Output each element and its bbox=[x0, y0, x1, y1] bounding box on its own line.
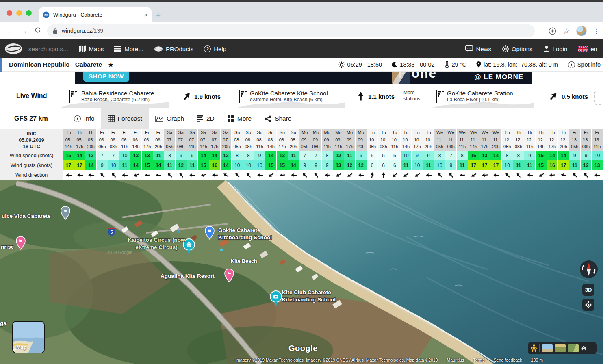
wind-gust-cell: 10 bbox=[412, 160, 423, 170]
nav-login[interactable]: Login bbox=[543, 46, 568, 52]
wind-direction-arrow-icon bbox=[514, 171, 523, 180]
browser-toolbar: ← → windguru.cz/139 bbox=[0, 22, 603, 39]
tab-more[interactable]: More bbox=[221, 108, 258, 129]
zoom-page-icon[interactable] bbox=[549, 27, 556, 35]
nav-news[interactable]: News bbox=[465, 46, 491, 52]
wind-direction-cell bbox=[412, 170, 423, 180]
url-bar[interactable]: windguru.cz/139 bbox=[47, 24, 535, 37]
wind-direction-arrow-icon bbox=[324, 172, 331, 179]
google-map[interactable]: 2019 Google 5 ulce Vida CabaretenriseKai… bbox=[0, 180, 603, 364]
live-station[interactable]: GoKite Cabarete Station La Boca River (1… bbox=[447, 90, 513, 103]
bookmark-star-icon[interactable]: ☆ bbox=[563, 26, 570, 36]
map-pin-bed[interactable] bbox=[15, 236, 26, 251]
map-pin-bed[interactable] bbox=[224, 269, 234, 284]
wind-gust-cell: 11 bbox=[164, 160, 176, 170]
favorite-star-icon[interactable]: ★ bbox=[108, 61, 114, 69]
collapse-chevron-icon[interactable] bbox=[581, 346, 587, 351]
forecast-hour: 08h bbox=[513, 143, 525, 151]
forecast-hour: 20h bbox=[490, 143, 502, 151]
nav-products[interactable]: PROducts bbox=[154, 46, 193, 52]
map-place-label[interactable]: ga bbox=[0, 320, 7, 327]
browser-tab[interactable]: Windguru - Cabarete × bbox=[39, 7, 152, 22]
imagery-photo-bar[interactable] bbox=[528, 342, 597, 354]
photo-thumbnail[interactable] bbox=[542, 344, 553, 352]
tab-share[interactable]: Share bbox=[258, 108, 298, 129]
map-pin-generic[interactable] bbox=[60, 206, 71, 221]
map-place-label[interactable]: Kite Beach bbox=[231, 258, 257, 265]
forecast-date: 07. bbox=[221, 136, 232, 144]
spot-info-link[interactable]: i Spot info bbox=[568, 61, 601, 68]
reload-icon[interactable] bbox=[31, 27, 45, 35]
nav-language[interactable]: en bbox=[578, 46, 597, 52]
wind-speed-cell: 9 bbox=[569, 151, 581, 160]
browser-menu-icon[interactable]: ⋮ bbox=[593, 27, 600, 35]
wind-direction-cell bbox=[310, 170, 322, 180]
minimize-window-button[interactable] bbox=[16, 10, 22, 16]
shop-now-button[interactable]: SHOP NOW bbox=[83, 72, 129, 82]
forecast-date: 12. bbox=[558, 136, 569, 144]
wind-gust-cell: 16 bbox=[209, 160, 221, 170]
more-stations-peek[interactable] bbox=[594, 91, 603, 105]
photo-thumbnail[interactable] bbox=[555, 344, 566, 352]
maximize-window-button[interactable] bbox=[26, 10, 32, 16]
init-label: Init: bbox=[27, 130, 36, 137]
attrib-terms[interactable]: Terms bbox=[473, 358, 485, 362]
pegman-icon[interactable] bbox=[531, 344, 537, 352]
map-place-label[interactable]: Agualina Kite Resort bbox=[161, 273, 215, 280]
ad-banner[interactable]: SHOP NOW F one @ LE MORNE bbox=[75, 72, 532, 84]
live-station[interactable]: GoKite Cabarete Kite School eXtreme Hote… bbox=[250, 90, 328, 103]
browser-chrome: Windguru - Cabarete × + ← → windguru.cz/… bbox=[0, 0, 603, 39]
wind-gust-cell: 17 bbox=[479, 160, 490, 170]
back-icon[interactable]: ← bbox=[3, 27, 17, 35]
map-attribution: Imagery ©2019 Maxar Technologies, Imager… bbox=[235, 358, 587, 362]
tab-2d[interactable]: 2D bbox=[191, 108, 221, 129]
map-pin-camera[interactable] bbox=[269, 290, 283, 310]
map-place-label[interactable]: Gokite CabareteKiteboarding School bbox=[218, 227, 272, 241]
nav-options[interactable]: Options bbox=[502, 46, 533, 52]
more-stations-link[interactable]: Morestations: bbox=[403, 90, 422, 102]
photo-thumbnail[interactable] bbox=[568, 344, 579, 352]
attrib-feedback[interactable]: Send feedback bbox=[494, 358, 522, 362]
forecast-hour: 05h bbox=[367, 143, 378, 151]
tab-forecast[interactable]: Forecast bbox=[101, 108, 149, 129]
wind-speed-cell: 11 bbox=[344, 151, 356, 160]
nav-maps[interactable]: Maps bbox=[79, 46, 104, 52]
wind-speed-cell: 9 bbox=[356, 151, 367, 160]
wind-speed-cell: 7 bbox=[299, 151, 310, 160]
search-spots-input[interactable]: search spots... bbox=[28, 46, 68, 52]
forecast-hour: 14h bbox=[63, 143, 74, 151]
map-place-label[interactable]: Kaiceitos Circus (noweXtreme Circus) bbox=[95, 236, 217, 251]
google-logo[interactable]: Google bbox=[288, 344, 318, 353]
ad-location-text: @ LE MORNE bbox=[474, 73, 523, 81]
compass-control[interactable] bbox=[579, 260, 598, 279]
attrib-mauritius[interactable]: Mauritius bbox=[447, 358, 464, 362]
new-tab-button[interactable]: + bbox=[156, 11, 161, 20]
map-place-label[interactable]: nrise bbox=[1, 243, 14, 251]
forecast-date: 06. bbox=[130, 136, 142, 144]
gear-icon bbox=[502, 46, 509, 52]
wind-gust-cell: 10 bbox=[243, 160, 254, 170]
nav-more[interactable]: More... bbox=[114, 46, 143, 52]
my-location-button[interactable] bbox=[582, 299, 594, 311]
tab-info[interactable]: i Info bbox=[67, 108, 101, 129]
live-wind-bar: Live Wind Bahia Residence Cabarete Bozo … bbox=[0, 84, 603, 108]
map-place-label[interactable]: Kite Club CabareteKiteboarding School bbox=[282, 289, 336, 303]
wind-direction-arrow bbox=[549, 91, 558, 103]
forecast-day: Fr bbox=[142, 129, 153, 136]
map-type-toggle[interactable]: Map bbox=[12, 321, 45, 353]
live-station[interactable]: Bahia Residence Cabarete Bozo Beach, Cab… bbox=[81, 90, 154, 103]
forecast-date: 09. bbox=[333, 136, 345, 144]
windguru-logo[interactable] bbox=[4, 43, 23, 55]
profile-avatar[interactable] bbox=[576, 26, 587, 36]
forecast-date: 11. bbox=[434, 136, 446, 144]
close-window-button[interactable] bbox=[7, 10, 12, 16]
3d-button[interactable]: 3D bbox=[582, 284, 594, 296]
wind-direction-cell bbox=[299, 170, 310, 180]
forward-icon[interactable]: → bbox=[17, 27, 31, 35]
tab-graph[interactable]: Graph bbox=[149, 108, 191, 129]
wind-direction-cell bbox=[74, 170, 86, 180]
nav-help[interactable]: ? Help bbox=[204, 46, 226, 52]
tab-close-icon[interactable]: × bbox=[144, 11, 147, 18]
map-place-label[interactable]: ulce Vida Cabarete bbox=[2, 212, 51, 220]
forecast-date: 10. bbox=[378, 136, 389, 144]
